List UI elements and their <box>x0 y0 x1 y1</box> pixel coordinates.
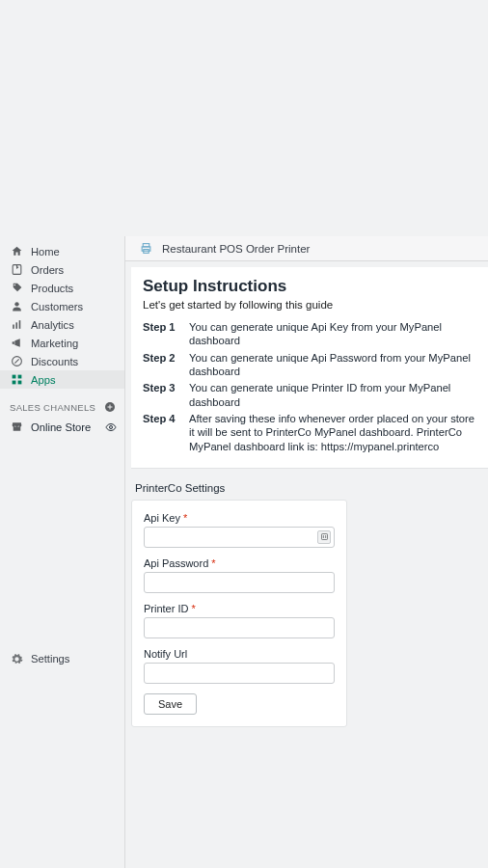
api-key-input[interactable] <box>144 527 335 548</box>
sidebar-item-apps[interactable]: Apps <box>0 370 124 389</box>
sidebar-item-products[interactable]: Products <box>0 279 124 297</box>
sales-channels-header: SALES CHANNELS <box>0 389 124 418</box>
notify-url-input[interactable] <box>144 663 335 684</box>
discount-icon <box>10 355 23 368</box>
sidebar-item-customers[interactable]: Customers <box>0 297 124 315</box>
eye-icon[interactable] <box>105 421 117 433</box>
step-row: Step 3 You can generate unique Printer I… <box>143 381 477 409</box>
sidebar-item-label: Discounts <box>31 356 78 367</box>
sidebar-item-label: Marketing <box>31 338 78 349</box>
step-label: Step 2 <box>143 351 179 379</box>
printer-id-label: Printer ID * <box>144 603 335 614</box>
step-text: After saving these info whenever order p… <box>189 412 477 453</box>
step-text: You can generate unique Api Key from you… <box>189 320 477 348</box>
tag-icon <box>10 282 23 295</box>
svg-rect-2 <box>13 325 14 329</box>
orders-icon <box>10 263 23 277</box>
settings-heading: PrinterCo Settings <box>135 482 488 494</box>
sidebar-item-discounts[interactable]: Discounts <box>0 352 124 370</box>
store-icon <box>10 420 23 434</box>
app-title: Restaurant POS Order Printer <box>162 243 310 255</box>
sidebar-item-marketing[interactable]: Marketing <box>0 334 124 352</box>
sidebar-item-online-store[interactable]: Online Store <box>0 418 124 436</box>
setup-steps: Step 1 You can generate unique Api Key f… <box>143 320 477 453</box>
svg-rect-8 <box>12 381 15 385</box>
svg-rect-4 <box>18 320 20 329</box>
main-content: Restaurant POS Order Printer Setup Instr… <box>125 236 488 868</box>
section-title: SALES CHANNELS <box>10 402 95 413</box>
svg-rect-6 <box>12 375 15 379</box>
sidebar-item-settings[interactable]: Settings <box>0 649 124 670</box>
sidebar-item-label: Home <box>31 246 60 258</box>
analytics-icon <box>10 318 23 332</box>
svg-rect-9 <box>17 381 21 385</box>
sidebar: Home Orders Products Customers <box>0 236 125 868</box>
sidebar-item-orders[interactable]: Orders <box>0 260 124 279</box>
credential-icon[interactable] <box>317 530 331 544</box>
setup-subtitle: Let's get started by following this guid… <box>143 299 477 311</box>
svg-rect-7 <box>17 375 21 379</box>
api-key-label: Api Key * <box>144 512 335 524</box>
printer-app-icon <box>139 242 152 256</box>
save-button[interactable]: Save <box>144 693 197 715</box>
step-label: Step 1 <box>143 320 179 348</box>
settings-icon <box>10 652 23 665</box>
setup-title: Setup Instructions <box>143 277 477 296</box>
printer-id-input[interactable] <box>144 617 335 638</box>
svg-point-11 <box>110 425 113 428</box>
api-password-input[interactable] <box>144 572 335 593</box>
sidebar-item-label: Analytics <box>31 319 74 331</box>
add-channel-icon[interactable] <box>103 400 117 414</box>
svg-rect-15 <box>321 534 327 540</box>
step-text: You can generate unique Api Password fro… <box>189 351 477 379</box>
megaphone-icon <box>10 337 23 350</box>
step-row: Step 4 After saving these info whenever … <box>143 412 477 453</box>
sidebar-item-label: Customers <box>31 301 83 312</box>
setup-card: Setup Instructions Let's get started by … <box>131 267 488 469</box>
step-label: Step 4 <box>143 412 179 453</box>
step-row: Step 1 You can generate unique Api Key f… <box>143 320 477 348</box>
sidebar-item-label: Products <box>31 283 73 294</box>
sidebar-item-label: Settings <box>31 653 69 665</box>
step-row: Step 2 You can generate unique Api Passw… <box>143 351 477 379</box>
svg-rect-3 <box>15 322 17 329</box>
step-text: You can generate unique Printer ID from … <box>189 381 477 409</box>
person-icon <box>10 300 23 313</box>
step-label: Step 3 <box>143 381 179 409</box>
sidebar-item-label: Orders <box>31 264 64 276</box>
app-header: Restaurant POS Order Printer <box>125 236 488 261</box>
home-icon <box>10 245 23 258</box>
sidebar-item-home[interactable]: Home <box>0 242 124 260</box>
sidebar-item-analytics[interactable]: Analytics <box>0 315 124 334</box>
apps-icon <box>10 373 23 387</box>
api-password-label: Api Password * <box>144 557 335 569</box>
sidebar-item-label: Apps <box>31 374 56 386</box>
settings-card: Api Key * Api Password * Printer ID * <box>131 500 347 727</box>
sidebar-item-label: Online Store <box>31 421 91 433</box>
svg-point-1 <box>14 302 18 306</box>
notify-url-label: Notify Url <box>144 648 335 660</box>
